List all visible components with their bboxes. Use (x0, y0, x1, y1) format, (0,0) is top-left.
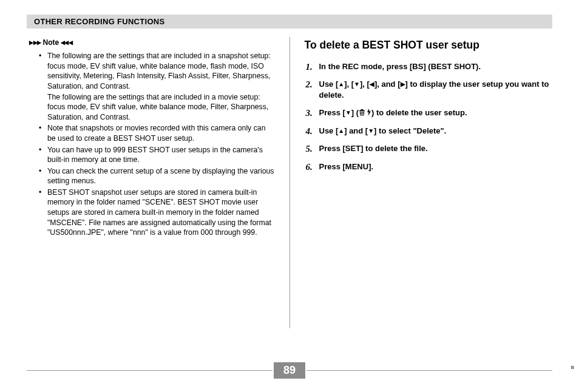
down-arrow-icon: ▼ (345, 109, 351, 117)
note-list: The following are the settings that are … (27, 51, 275, 238)
note-deco-right-icon: ▶▶▶ (61, 39, 73, 46)
section-header: OTHER RECORDING FUNCTIONS (27, 15, 552, 29)
step-text: ], [ (344, 79, 354, 89)
note-item: The following are the settings that are … (42, 51, 275, 122)
note-item: You can check the current setup of a sce… (42, 166, 275, 186)
step-item: Press [MENU]. (306, 161, 553, 172)
step-text: Press [SET] to delete the file. (319, 144, 428, 153)
procedure-title: To delete a BEST SHOT user setup (305, 38, 553, 53)
note-text: BEST SHOT snapshot user setups are store… (47, 188, 271, 237)
note-label-row: ▶▶▶ Note ▶▶▶ (29, 38, 73, 47)
step-text: Press [ (319, 108, 345, 117)
step-text: ] ( (351, 108, 359, 117)
up-arrow-icon: ▲ (338, 127, 344, 135)
step-item: Press [▼] () to delete the user setup. (306, 107, 553, 118)
note-item: You can have up to 999 BEST SHOT user se… (42, 145, 275, 165)
note-text: Note that snapshots or movies recorded w… (47, 124, 266, 143)
step-text: ] to select "Delete". (374, 126, 446, 135)
footer-mark: B (571, 365, 574, 370)
step-text: In the REC mode, press [BS] (BEST SHOT). (319, 62, 481, 71)
page-footer: 89 B (27, 362, 552, 379)
note-text: The following are the settings that are … (47, 52, 271, 90)
footer-rule-right (306, 370, 552, 371)
left-column: ▶▶▶ Note ▶▶▶ The following are the setti… (27, 37, 275, 328)
step-item: Use [▲], [▼], [◀], and [▶] to display th… (306, 79, 553, 100)
step-item: In the REC mode, press [BS] (BEST SHOT). (306, 61, 553, 72)
note-label-text: Note (43, 38, 59, 47)
column-divider (290, 37, 290, 328)
step-text: ] and [ (344, 126, 368, 135)
note-text: The following are the settings that are … (47, 92, 275, 123)
note-item: BEST SHOT snapshot user setups are store… (42, 188, 275, 238)
procedure-steps: In the REC mode, press [BS] (BEST SHOT).… (305, 61, 553, 172)
trash-flash-icons (359, 109, 371, 116)
step-text: Press [MENU]. (319, 162, 374, 171)
step-item: Use [▲] and [▼] to select "Delete". (306, 126, 553, 137)
right-column: To delete a BEST SHOT user setup In the … (305, 37, 553, 328)
note-text: You can check the current setup of a sce… (47, 167, 274, 186)
step-text: Use [ (319, 79, 339, 89)
right-arrow-icon: ▶ (401, 80, 405, 89)
left-arrow-icon: ◀ (370, 80, 374, 89)
step-text: Use [ (319, 126, 339, 135)
down-arrow-icon: ▼ (354, 80, 360, 89)
step-text: ], and [ (374, 79, 401, 89)
note-item: Note that snapshots or movies recorded w… (42, 123, 275, 143)
step-item: Press [SET] to delete the file. (306, 143, 553, 154)
footer-line: 89 (27, 362, 552, 379)
note-deco-left-icon: ▶▶▶ (29, 39, 41, 46)
two-column-layout: ▶▶▶ Note ▶▶▶ The following are the setti… (27, 37, 552, 328)
footer-rule-left (27, 370, 273, 371)
up-arrow-icon: ▲ (338, 80, 344, 89)
note-text: You can have up to 999 BEST SHOT user se… (47, 146, 263, 164)
page-number: 89 (274, 362, 305, 379)
step-text: ], [ (360, 79, 370, 89)
manual-page: OTHER RECORDING FUNCTIONS ▶▶▶ Note ▶▶▶ T… (0, 0, 579, 355)
flash-icon (367, 109, 371, 116)
trash-icon (359, 109, 365, 116)
step-text: ) to delete the user setup. (371, 108, 467, 117)
down-arrow-icon: ▼ (368, 127, 374, 135)
